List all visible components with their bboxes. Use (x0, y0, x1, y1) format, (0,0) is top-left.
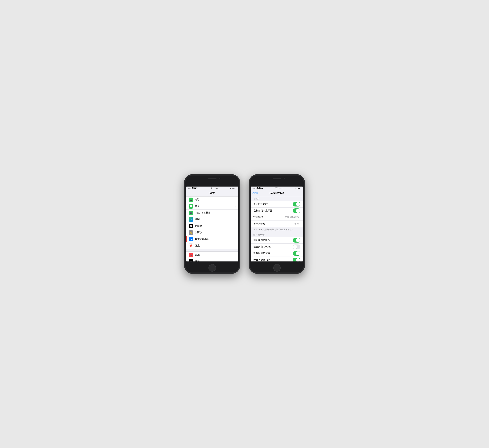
toggle-knob (296, 258, 300, 261)
measure-item[interactable]: 📏 测距仪 › (186, 229, 238, 236)
chevron-icon: › (300, 216, 300, 219)
messages-item[interactable]: 💬 信息 › (186, 203, 238, 210)
messages-label: 信息 (195, 205, 235, 208)
health-item[interactable]: ❤️ 健康 › (186, 242, 238, 249)
speaker (272, 178, 281, 179)
block-tracking-label: 阻止跨网站跟踪 (253, 239, 293, 242)
back-button[interactable]: ‹ 设置 (252, 191, 258, 195)
signal-icon: ▪▪▪▪ (188, 187, 190, 189)
settings-screen: ▪▪▪▪ 中国移动 ▾ 下午 1:49 ⊙ 78% ▪ 设置 (186, 187, 238, 261)
maps-label: 地图 (195, 218, 235, 221)
open-link-value: 在新的标签页 (285, 216, 299, 219)
carrier-label: 中国移动 (255, 187, 262, 189)
time-label: 下午 1:49 (276, 187, 282, 189)
block-cookie-label: 阻止所有 Cookie (253, 245, 293, 248)
location-icon: ⊙ (295, 187, 296, 189)
phone-label: 电话 (195, 198, 235, 201)
close-tab-label: 关闭标签页 (253, 223, 294, 225)
block-cookie-toggle[interactable] (293, 244, 300, 249)
carrier-label: 中国移动 (190, 187, 197, 189)
fraud-warning-item[interactable]: 欺骗性网站警告 (251, 250, 303, 257)
compass-item[interactable]: 🧭 指南针 › (186, 223, 238, 229)
settings-group-1: 📞 电话 › 💬 信息 › 📹 FaceT (186, 196, 238, 249)
tabs-note: 允许Safari浏览器自动关闭最近未查看的标签页。 (251, 227, 303, 232)
status-bar: ▪▪▪▪ 中国移动 ▾ 下午 1:49 ⊙ 78% ▪ (186, 187, 238, 190)
battery-label: 78% (297, 187, 300, 189)
safari-item[interactable]: Safari浏览器 › (186, 236, 238, 242)
facetime-icon: 📹 (189, 211, 193, 215)
status-bar: ▪▪▪▪ 中国移动 ▾ 下午 1:49 ⊙ 78% ▪ (251, 187, 303, 190)
phones-container: ▪▪▪▪ 中国移动 ▾ 下午 1:49 ⊙ 78% ▪ 设置 (184, 174, 305, 274)
chevron-icon: › (235, 260, 236, 262)
battery-icon: ▪ (301, 187, 301, 189)
tv-label: 视频 (195, 260, 235, 261)
wifi-icon: ▾ (197, 187, 198, 189)
home-button[interactable] (273, 264, 281, 272)
settings-phone: ▪▪▪▪ 中国移动 ▾ 下午 1:49 ⊙ 78% ▪ 设置 (184, 174, 240, 274)
chevron-icon: › (235, 244, 236, 247)
facetime-label: FaceTime通话 (195, 211, 235, 214)
phone-icon: 📞 (189, 198, 193, 202)
chevron-back-icon: ‹ (252, 192, 253, 194)
safari-icon (189, 237, 193, 241)
chevron-icon: › (235, 212, 236, 214)
show-icon-tab-toggle[interactable] (293, 208, 300, 213)
chevron-icon: › (235, 225, 236, 227)
fraud-warning-toggle[interactable] (293, 251, 300, 256)
close-tab-item[interactable]: 关闭标签页 手动 › (251, 221, 303, 227)
safari-settings-list[interactable]: 标签页 显示标签页栏 在标签页中显示图标 (251, 196, 303, 261)
health-label: 健康 (195, 244, 235, 247)
battery-icon: ▪ (236, 187, 236, 189)
chevron-icon: › (300, 223, 300, 225)
toggle-knob (296, 209, 300, 213)
chevron-icon: › (235, 238, 235, 240)
tabs-section-label: 标签页 (251, 196, 303, 201)
measure-label: 测距仪 (195, 231, 235, 234)
show-icon-tab-item[interactable]: 在标签页中显示图标 (251, 207, 303, 214)
show-tab-bar-toggle[interactable] (293, 202, 300, 207)
apple-pay-label: 检查 Apple Pay (253, 258, 293, 261)
status-right: ⊙ 78% ▪ (295, 187, 301, 189)
show-tab-bar-label: 显示标签页栏 (253, 203, 293, 206)
open-link-label: 打开链接 (253, 216, 285, 219)
tabs-group: 显示标签页栏 在标签页中显示图标 (251, 201, 303, 227)
block-tracking-toggle[interactable] (293, 238, 300, 242)
nav-bar: 设置 (186, 190, 238, 196)
music-label: 音乐 (195, 253, 235, 257)
location-icon: ⊙ (230, 187, 231, 189)
safari-screen: ▪▪▪▪ 中国移动 ▾ 下午 1:49 ⊙ 78% ▪ ‹ 设置 (251, 187, 303, 261)
block-cookie-item[interactable]: 阻止所有 Cookie (251, 244, 303, 250)
chevron-icon: › (235, 205, 236, 207)
apple-pay-item[interactable]: 检查 Apple Pay (251, 257, 303, 261)
settings-list[interactable]: 📞 电话 › 💬 信息 › 📹 FaceT (186, 196, 238, 261)
compass-icon: 🧭 (189, 224, 193, 228)
page-title: 设置 (210, 191, 215, 195)
signal-icon: ▪▪▪▪ (253, 187, 255, 189)
home-button[interactable] (208, 264, 216, 272)
music-icon: 🎵 (189, 253, 193, 257)
privacy-group: 阻止跨网站跟踪 阻止所有 Cookie (251, 237, 303, 261)
camera (284, 178, 285, 179)
safari-label: Safari浏览器 (195, 238, 235, 241)
battery-label: 78% (232, 187, 235, 189)
music-item[interactable]: 🎵 音乐 › (186, 252, 238, 258)
facetime-item[interactable]: 📹 FaceTime通话 › (186, 210, 238, 216)
toggle-knob (296, 251, 300, 255)
chevron-icon: › (235, 231, 236, 234)
maps-item[interactable]: 🗺 地图 › (186, 216, 238, 223)
block-tracking-item[interactable]: 阻止跨网站跟踪 (251, 237, 303, 244)
tv-item[interactable]: tv 视频 › (186, 258, 238, 261)
apple-pay-toggle[interactable] (293, 258, 300, 261)
back-label: 设置 (253, 191, 258, 195)
health-icon: ❤️ (189, 243, 193, 248)
messages-icon: 💬 (189, 204, 193, 208)
measure-icon: 📏 (189, 230, 193, 235)
maps-icon: 🗺 (189, 217, 193, 222)
phone-item[interactable]: 📞 电话 › (186, 197, 238, 203)
show-tab-bar-item[interactable]: 显示标签页栏 (251, 201, 303, 207)
chevron-icon: › (235, 199, 236, 201)
open-link-item[interactable]: 打开链接 在新的标签页 › (251, 214, 303, 221)
wifi-icon: ▾ (262, 187, 263, 189)
camera (219, 178, 220, 179)
group-gap (186, 249, 238, 251)
